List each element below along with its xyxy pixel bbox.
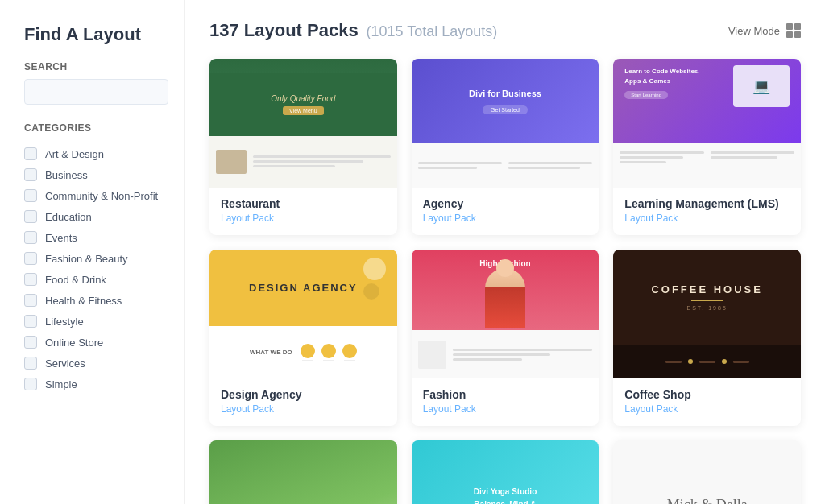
sidebar-item-education[interactable]: Education: [24, 206, 168, 227]
category-checkbox[interactable]: [24, 315, 37, 328]
category-label: Events: [45, 232, 77, 244]
card-type: Layout Pack: [624, 403, 790, 415]
card-type: Layout Pack: [423, 403, 588, 415]
categories-list: Art & Design Business Community & Non-Pr…: [24, 143, 168, 395]
card-name: Agency: [423, 197, 588, 210]
category-checkbox[interactable]: [24, 357, 37, 370]
view-mode-toggle[interactable]: View Mode: [728, 23, 801, 38]
view-mode-label: View Mode: [728, 25, 780, 37]
card-type: Layout Pack: [624, 213, 790, 224]
category-checkbox[interactable]: [24, 189, 37, 202]
sidebar-item-business[interactable]: Business: [24, 164, 168, 185]
design-agency-sub: WHAT WE DO: [250, 349, 292, 356]
restaurant-text-lines: [253, 155, 391, 167]
category-label: Services: [45, 357, 85, 370]
sidebar-item-services[interactable]: Services: [24, 353, 168, 374]
card-image-fashion: High Fashion: [412, 250, 599, 378]
card-image-coffee: COFFEE HOUSE EST. 1985: [613, 250, 801, 378]
card-image-mick: Mick & Della: [613, 440, 801, 504]
category-label: Lifestyle: [45, 316, 84, 328]
card-image-agency: Divi for Business Get Started: [412, 59, 599, 188]
card-farmers[interactable]: Bringing Local FarmersRight to Your Tabl…: [209, 440, 397, 504]
layout-grid: Only Quality Food View Menu: [209, 59, 801, 504]
total-layouts-count: (1015 Total Layouts): [367, 23, 498, 39]
category-label: Business: [45, 169, 88, 181]
main-content: 137 Layout Packs (1015 Total Layouts) Vi…: [185, 0, 825, 504]
design-agency-hero-text: DESIGN AGENCY: [249, 282, 358, 294]
card-info-fashion: Fashion Layout Pack: [412, 378, 599, 426]
card-name: Design Agency: [221, 388, 386, 401]
card-name: Coffee Shop: [624, 388, 790, 401]
page-title: Find A Layout: [24, 24, 168, 45]
category-checkbox[interactable]: [24, 378, 37, 390]
category-checkbox[interactable]: [24, 210, 37, 223]
card-name: Fashion: [423, 388, 588, 401]
sidebar-item-fashion-beauty[interactable]: Fashion & Beauty: [24, 248, 168, 269]
sidebar-item-events[interactable]: Events: [24, 227, 168, 248]
card-image-yoga: Divi Yoga StudioBalance, Mind &Body: [412, 440, 599, 504]
category-checkbox[interactable]: [24, 231, 37, 244]
coffee-title: COFFEE HOUSE: [651, 283, 763, 295]
sidebar-item-health-fitness[interactable]: Health & Fitness: [24, 290, 168, 311]
card-agency[interactable]: Divi for Business Get Started: [412, 59, 599, 235]
card-design-agency[interactable]: DESIGN AGENCY WHAT WE DO: [209, 250, 397, 426]
category-label: Online Store: [45, 337, 103, 349]
category-label: Food & Drink: [45, 274, 106, 286]
sidebar-item-online-store[interactable]: Online Store: [24, 332, 168, 353]
card-info-lms: Learning Management (LMS) Layout Pack: [613, 188, 801, 235]
card-image-restaurant: Only Quality Food View Menu: [209, 59, 397, 188]
sidebar-item-community[interactable]: Community & Non-Profit: [24, 185, 168, 206]
card-type: Layout Pack: [221, 403, 386, 415]
category-checkbox[interactable]: [24, 294, 37, 307]
main-title-area: 137 Layout Packs (1015 Total Layouts): [209, 20, 497, 41]
card-mick[interactable]: Mick & Della Mick & Della Layout Pack: [613, 440, 801, 504]
category-checkbox[interactable]: [24, 273, 37, 286]
category-checkbox[interactable]: [24, 252, 37, 265]
sidebar-item-lifestyle[interactable]: Lifestyle: [24, 311, 168, 332]
card-yoga[interactable]: Divi Yoga StudioBalance, Mind &Body Yoga…: [412, 440, 599, 504]
card-type: Layout Pack: [221, 213, 386, 224]
search-label: Search: [24, 61, 168, 72]
sidebar-item-food-drink[interactable]: Food & Drink: [24, 269, 168, 290]
grid-view-icon: [786, 23, 801, 38]
category-label: Fashion & Beauty: [45, 253, 128, 265]
card-type: Layout Pack: [423, 213, 588, 224]
category-label: Art & Design: [45, 148, 104, 160]
card-fashion[interactable]: High Fashion F: [412, 250, 599, 426]
layout-packs-count: 137 Layout Packs: [209, 20, 359, 40]
card-info-coffee: Coffee Shop Layout Pack: [613, 378, 801, 426]
mick-title: Mick & Della: [667, 497, 748, 505]
card-info-agency: Agency Layout Pack: [412, 188, 599, 235]
yoga-title: Divi Yoga StudioBalance, Mind &Body: [474, 485, 537, 504]
card-name: Learning Management (LMS): [624, 197, 790, 210]
restaurant-btn: View Menu: [283, 106, 324, 115]
category-checkbox[interactable]: [24, 336, 37, 349]
agency-btn: Get Started: [483, 105, 528, 114]
category-label: Community & Non-Profit: [45, 190, 158, 202]
card-image-farmers: Bringing Local FarmersRight to Your Tabl…: [209, 440, 397, 504]
category-label: Education: [45, 211, 92, 223]
categories-label: Categories: [24, 122, 168, 134]
card-info-restaurant: Restaurant Layout Pack: [209, 188, 397, 235]
card-lms[interactable]: Learn to Code Websites, Apps & Games Sta…: [613, 59, 801, 235]
agency-hero-text: Divi for Business: [469, 89, 541, 98]
card-name: Restaurant: [221, 197, 386, 210]
sidebar: Find A Layout Search Categories Art & De…: [0, 0, 185, 504]
search-input[interactable]: [24, 79, 168, 105]
category-label: Simple: [45, 378, 77, 390]
sidebar-item-simple[interactable]: Simple: [24, 374, 168, 395]
category-checkbox[interactable]: [24, 147, 37, 160]
category-label: Health & Fitness: [45, 295, 122, 307]
card-coffee-shop[interactable]: COFFEE HOUSE EST. 1985 Coffee Shop Layo: [613, 250, 801, 426]
main-header: 137 Layout Packs (1015 Total Layouts) Vi…: [209, 20, 801, 41]
category-checkbox[interactable]: [24, 168, 37, 181]
sidebar-item-art-design[interactable]: Art & Design: [24, 143, 168, 164]
restaurant-hero-text: Only Quality Food: [271, 94, 335, 103]
restaurant-thumb: [216, 150, 247, 174]
card-restaurant[interactable]: Only Quality Food View Menu: [209, 59, 397, 235]
card-info-design-agency: Design Agency Layout Pack: [209, 378, 397, 426]
card-image-lms: Learn to Code Websites, Apps & Games Sta…: [613, 59, 801, 188]
card-image-design-agency: DESIGN AGENCY WHAT WE DO: [209, 250, 397, 378]
